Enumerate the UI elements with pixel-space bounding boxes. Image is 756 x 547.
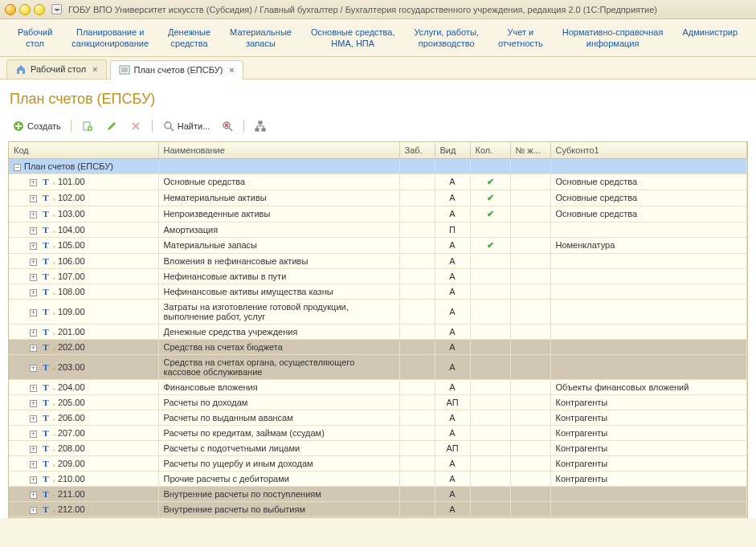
table-row[interactable]: +° 106.00Вложения в нефинансовые активыА: [9, 253, 747, 268]
expand-icon[interactable]: +: [30, 400, 37, 407]
col-header-name[interactable]: Наименование: [158, 142, 399, 159]
table-row[interactable]: +° 102.00Нематериальные активыА✔Основные…: [9, 190, 747, 206]
hierarchy-button[interactable]: [250, 117, 271, 135]
nav-item[interactable]: Денежныесредства: [158, 24, 220, 56]
row-nz: [510, 354, 550, 379]
nav-item[interactable]: Материальныезапасы: [220, 24, 301, 56]
account-icon: [40, 327, 51, 337]
window-button[interactable]: [19, 4, 31, 15]
row-vid: А: [435, 471, 470, 486]
table-row[interactable]: +° 206.00Расчеты по выданным авансамАКон…: [9, 410, 747, 425]
row-kol: [470, 455, 510, 471]
window-button[interactable]: [34, 4, 45, 15]
col-header-sub1[interactable]: Субконто1: [550, 142, 747, 159]
row-zab: [399, 324, 435, 339]
expand-icon[interactable]: +: [30, 476, 37, 484]
tab[interactable]: План счетов (ЕПСБУ)×: [110, 60, 243, 80]
window-1c-icon[interactable]: [5, 4, 16, 15]
tab-close-icon[interactable]: ×: [92, 64, 97, 74]
row-nz: [510, 268, 550, 284]
nav-item[interactable]: Администрир: [672, 24, 747, 56]
table-row[interactable]: +° 210.00Прочие расчеты с дебиторамиАКон…: [9, 471, 747, 486]
table-row[interactable]: +° 211.00Внутренние расчеты по поступлен…: [9, 486, 747, 501]
table-row[interactable]: −План счетов (ЕПСБУ): [9, 158, 747, 173]
clear-find-button[interactable]: [217, 117, 238, 135]
col-header-zab[interactable]: Заб.: [399, 142, 435, 159]
expand-icon[interactable]: +: [30, 259, 37, 266]
row-zab: [399, 339, 435, 354]
nav-item[interactable]: Учет иотчетность: [488, 24, 553, 56]
expand-icon[interactable]: +: [30, 492, 37, 499]
table-row[interactable]: +° 201.00Денежные средства учрежденияА: [9, 324, 747, 339]
nav-item[interactable]: Основные средства,НМА, НПА: [301, 24, 405, 56]
expand-icon[interactable]: +: [30, 289, 37, 296]
expand-icon[interactable]: +: [30, 309, 37, 316]
copy-button[interactable]: [77, 117, 98, 135]
row-code: 209.00: [58, 459, 85, 468]
delete-button[interactable]: [125, 117, 146, 135]
expand-icon[interactable]: +: [30, 446, 37, 453]
table-row[interactable]: +° 108.00Нефинансовые активы имущества к…: [9, 284, 747, 299]
expand-icon[interactable]: +: [30, 274, 37, 281]
expand-icon[interactable]: +: [30, 431, 37, 438]
table-row[interactable]: +° 203.00Средства на счетах органа, осущ…: [9, 354, 747, 379]
account-icon: [40, 428, 51, 438]
row-name: Амортизация: [158, 222, 399, 237]
expand-icon[interactable]: +: [30, 329, 37, 337]
row-sub1: [550, 486, 747, 501]
expand-icon[interactable]: +: [30, 415, 37, 422]
row-kol: ✔: [470, 173, 510, 190]
col-header-vid[interactable]: Вид: [435, 142, 470, 159]
row-nz: [510, 237, 550, 253]
expand-icon[interactable]: +: [30, 365, 37, 372]
expand-icon[interactable]: +: [30, 385, 37, 392]
expand-icon[interactable]: +: [30, 211, 37, 218]
table-row[interactable]: +° 104.00АмортизацияП: [9, 222, 747, 237]
table-row[interactable]: +° 205.00Расчеты по доходамАПКонтрагенты: [9, 394, 747, 410]
tab-close-icon[interactable]: ×: [229, 65, 234, 75]
expand-icon[interactable]: +: [30, 507, 37, 514]
nav-item[interactable]: Планирование исанкционирование: [62, 24, 158, 56]
table-row[interactable]: +° 212.00Внутренние расчеты по выбытиямА: [9, 501, 747, 516]
nav-item[interactable]: Нормативно-справочнаяинформация: [553, 24, 673, 56]
expand-icon[interactable]: −: [14, 164, 21, 171]
table-row[interactable]: +° 107.00Нефинансовые активы в путиА: [9, 268, 747, 284]
table-row[interactable]: +° 109.00Затраты на изготовление готовой…: [9, 299, 747, 324]
find-button[interactable]: Найти...: [158, 117, 215, 135]
tab[interactable]: Рабочий стол×: [6, 59, 107, 79]
expand-icon[interactable]: +: [30, 243, 37, 250]
expand-icon[interactable]: +: [30, 345, 37, 352]
window-dropdown-button[interactable]: [51, 4, 62, 14]
col-header-code[interactable]: Код: [9, 142, 158, 159]
table-row[interactable]: +° 204.00Финансовые вложенияАОбъекты фин…: [9, 379, 747, 394]
table-row[interactable]: +° 207.00Расчеты по кредитам, займам (сс…: [9, 425, 747, 440]
toolbar-separator: [243, 120, 244, 133]
expand-icon[interactable]: +: [30, 227, 37, 235]
expand-icon[interactable]: +: [30, 179, 37, 186]
row-nz: [510, 206, 550, 222]
create-button[interactable]: Создать: [8, 117, 65, 135]
account-icon: [40, 256, 51, 266]
table-row[interactable]: +° 105.00Материальные запасыА✔Номенклату…: [9, 237, 747, 253]
col-header-nz[interactable]: № ж...: [510, 142, 550, 159]
table-row[interactable]: +° 202.00Средства на счетах бюджетаА: [9, 339, 747, 354]
table-row[interactable]: +° 101.00Основные средстваА✔Основные сре…: [9, 173, 747, 190]
account-icon: [40, 398, 51, 407]
row-sub1: [550, 324, 747, 339]
table-row[interactable]: +° 208.00Расчеты с подотчетными лицамиАП…: [9, 440, 747, 455]
toolbar-separator: [71, 120, 72, 133]
expand-icon[interactable]: +: [30, 461, 37, 468]
row-kol: [470, 158, 510, 173]
col-header-kol[interactable]: Кол.: [470, 142, 510, 159]
nav-item[interactable]: Рабочийстол: [8, 24, 62, 56]
table-row[interactable]: +° 103.00Непроизведенные активыА✔Основны…: [9, 206, 747, 222]
row-vid: А: [435, 299, 470, 324]
clear-search-icon: [221, 120, 234, 133]
row-nz: [510, 379, 550, 394]
nav-item[interactable]: Услуги, работы,производство: [405, 24, 488, 56]
edit-button[interactable]: [101, 117, 122, 135]
table-row[interactable]: +° 209.00Расчеты по ущербу и иным дохода…: [9, 455, 747, 471]
account-icon: [40, 342, 51, 352]
row-sub1: [550, 253, 747, 268]
expand-icon[interactable]: +: [30, 195, 37, 202]
